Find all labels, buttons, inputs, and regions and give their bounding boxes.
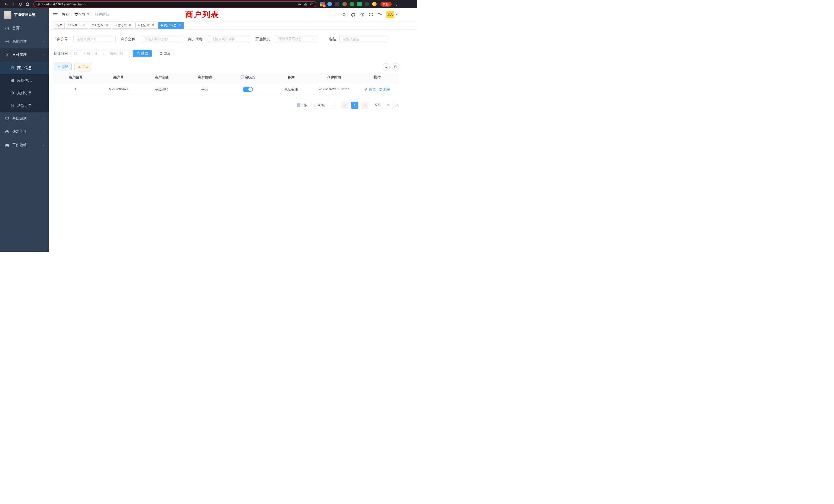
merchant-no-input[interactable] [73,35,115,43]
tab-process-form[interactable]: 流程表单× [66,22,88,29]
tab-refund-order[interactable]: 退款订单× [135,22,157,29]
delete-button[interactable]: 删除 [379,87,390,92]
prev-page-button[interactable] [341,101,348,109]
browser-forward-button[interactable] [10,1,17,7]
extension-icon[interactable] [357,2,362,6]
github-icon [351,12,356,17]
sidebar-item-infrastructure[interactable]: 基础设施 [0,112,49,125]
cell-actions: 修改 删除 [356,87,399,92]
extension-icon[interactable] [372,2,377,6]
breadcrumb-payment[interactable]: 支付管理 [75,12,89,17]
chevron-down-icon [42,144,45,147]
browser-menu-icon[interactable] [394,1,399,7]
status-toggle[interactable] [243,87,253,92]
tab-user-group[interactable]: 用户分组× [89,22,111,29]
reset-button[interactable]: 重置 [156,49,174,57]
export-button[interactable]: 导出 [74,63,92,70]
font-size-button[interactable] [377,12,382,17]
tab-home[interactable]: 首页 [54,22,65,29]
end-date-placeholder[interactable]: 结束日期 [106,51,127,56]
chevron-down-icon [331,104,334,107]
sidebar-item-pay-order[interactable]: 支付订单 [0,87,49,99]
document-icon [10,104,14,108]
hamburger-icon [53,12,58,17]
help-button[interactable] [360,12,365,17]
chevron-down-icon [312,38,315,41]
page-number-button[interactable]: 1 [351,101,358,109]
url-host: localhost:1024 [42,2,63,6]
extension-icon[interactable] [365,2,369,6]
github-link[interactable] [351,12,356,17]
chevron-right-icon [364,104,367,107]
url-bar[interactable]: localhost:1024/pay/merchant [34,1,316,7]
user-avatar [387,11,394,19]
short-name-label: 商户简称 [188,35,203,43]
col-merchant-no: 商户号 [97,75,140,80]
page-size-select[interactable]: 10条/页 [311,101,336,109]
date-range-picker[interactable]: 开始日期 - 结束日期 [71,49,130,57]
remark-input[interactable] [339,35,387,43]
col-short-name: 商户简称 [183,75,226,80]
fullscreen-icon [369,13,373,17]
site-info-icon[interactable] [37,2,40,6]
sidebar-item-app-info[interactable]: 应用信息 [0,74,49,87]
bookmark-star-icon[interactable] [310,2,313,6]
browser-reload-button[interactable] [17,1,24,7]
next-page-button[interactable] [361,101,369,109]
add-button[interactable]: 新增 [54,63,72,70]
close-icon[interactable]: × [178,24,181,27]
search-button[interactable]: 搜索 [133,49,152,57]
active-dot [161,24,163,26]
breadcrumb-home[interactable]: 首页 [62,12,69,17]
extension-icon[interactable] [342,2,347,6]
sidebar-item-merchant-info[interactable]: 商户信息 [0,62,49,74]
cell-merchant-no: M233666999 [97,87,140,91]
browser-update-button[interactable]: 更新 [380,2,392,7]
home-icon [25,2,29,6]
close-icon[interactable]: × [82,24,86,27]
edit-button[interactable]: 修改 [365,87,376,92]
question-icon [360,12,365,17]
short-name-input[interactable] [208,35,250,43]
browser-home-button[interactable] [24,1,31,7]
extension-icon[interactable]: 10 [320,2,325,6]
fullscreen-button[interactable] [369,13,373,17]
password-key-icon[interactable] [298,2,302,6]
pagination: 共 1 条 10条/页 1 前往 页 [54,101,399,109]
header-search-button[interactable] [342,13,346,17]
share-icon[interactable] [304,2,307,6]
search-icon [137,52,140,55]
close-icon[interactable]: × [128,24,132,27]
close-icon[interactable]: × [105,24,109,27]
user-menu[interactable] [387,11,398,19]
full-name-label: 商户全称 [121,35,135,43]
sidebar-item-workflow[interactable]: 工作流程 [0,139,49,152]
sidebar-item-refund-order[interactable]: 退款订单 [0,99,49,112]
refresh-table-button[interactable] [392,63,399,70]
sidebar-toggle-button[interactable] [53,12,58,17]
sidebar-item-system[interactable]: 系统管理 [0,35,49,48]
tab-pay-order[interactable]: 支付订单× [112,22,134,29]
full-name-input[interactable] [141,35,183,43]
app-logo[interactable]: 芋道管理系统 [0,8,49,22]
sidebar-item-home[interactable]: 首页 [0,22,49,35]
cell-merchant-id: 1 [54,87,97,91]
sidebar-item-dev-tools[interactable]: 研发工具 [0,125,49,139]
close-icon[interactable]: × [151,24,155,27]
cell-status [226,87,270,92]
status-select[interactable]: 请选择开启状态 [275,35,317,43]
extension-icon[interactable] [335,2,339,6]
tab-merchant-info[interactable]: 商户信息× [158,22,183,29]
browser-back-button[interactable] [3,1,9,7]
goto-page-input[interactable] [383,101,393,109]
yen-icon [5,53,9,57]
chevron-down-icon [42,40,45,43]
extension-icon[interactable] [327,2,332,6]
main-area: 首页 / 支付管理 / 商户信息 商户列表 [49,8,417,252]
cell-full-name: 芋道源码 [140,87,183,92]
sidebar-item-payment[interactable]: 支付管理 [0,48,49,62]
merchant-no-label: 商户号 [57,35,68,43]
toggle-search-button[interactable] [382,63,390,70]
extension-icon[interactable] [350,2,354,6]
start-date-placeholder[interactable]: 开始日期 [80,51,101,56]
